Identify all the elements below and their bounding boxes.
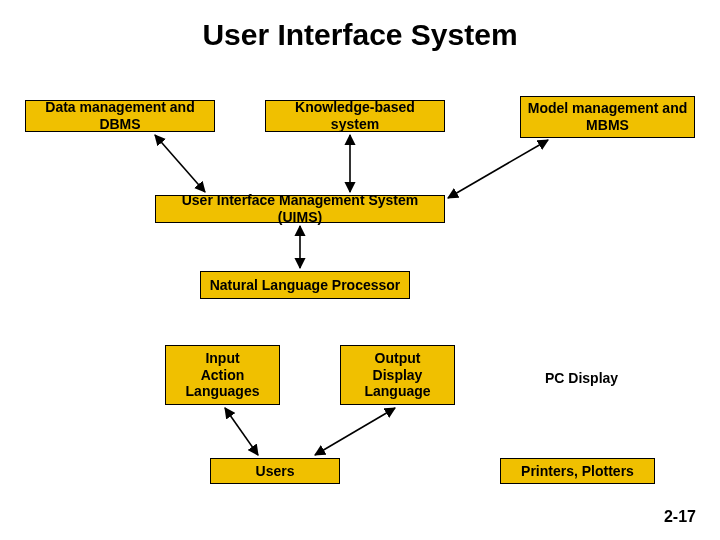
box-label: Printers, Plotters [521,463,634,480]
svg-line-0 [155,135,205,192]
box-label: Natural Language Processor [210,277,401,294]
box-label: User Interface Management System (UIMS) [162,192,438,226]
box-printers: Printers, Plotters [500,458,655,484]
box-knowledge: Knowledge-based system [265,100,445,132]
box-label: Data management and DBMS [32,99,208,133]
box-output-lang: Output Display Language [340,345,455,405]
box-users: Users [210,458,340,484]
label-pc-display: PC Display [545,370,618,386]
page-title: User Interface System [0,18,720,52]
label-text: PC Display [545,370,618,386]
box-label: Users [256,463,295,480]
slide-number: 2-17 [664,508,696,526]
box-label: Input Action Languages [186,350,260,400]
box-model-mgmt: Model management and MBMS [520,96,695,138]
box-label: Knowledge-based system [272,99,438,133]
box-label: Output Display Language [364,350,430,400]
box-label: Model management and MBMS [527,100,688,134]
svg-line-2 [448,140,548,198]
svg-line-4 [225,408,258,455]
box-data-mgmt: Data management and DBMS [25,100,215,132]
box-input-lang: Input Action Languages [165,345,280,405]
box-uims: User Interface Management System (UIMS) [155,195,445,223]
svg-line-5 [315,408,395,455]
box-nlp: Natural Language Processor [200,271,410,299]
